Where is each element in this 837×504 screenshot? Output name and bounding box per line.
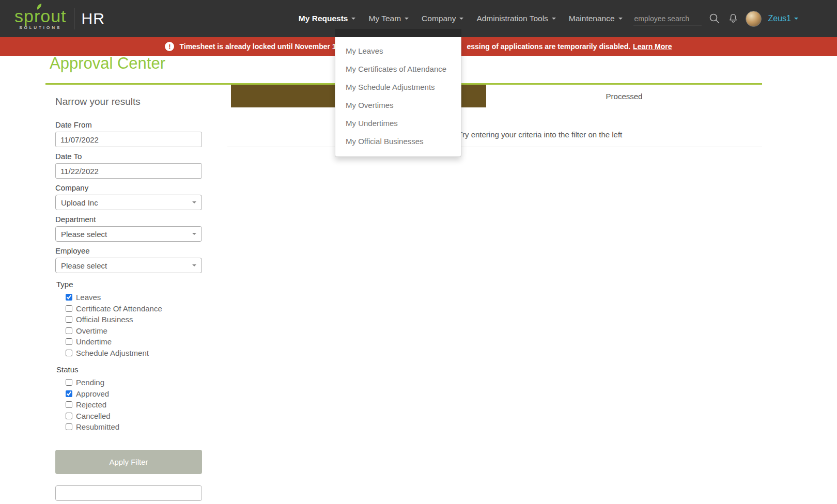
date-from-input[interactable] xyxy=(55,132,202,147)
menu-item-my-leaves[interactable]: My Leaves xyxy=(335,42,461,60)
user-menu[interactable]: Zeus1 xyxy=(768,14,798,23)
menu-item-my-undertimes[interactable]: My Undertimes xyxy=(335,114,461,132)
type-option-schedule-adjustment[interactable]: Schedule Adjustment xyxy=(66,348,202,359)
chevron-down-icon xyxy=(351,18,355,20)
certificate-of-attendance-checkbox[interactable] xyxy=(66,305,72,312)
chevron-down-icon xyxy=(405,18,409,20)
chevron-down-icon xyxy=(552,18,556,20)
date-to-input[interactable] xyxy=(55,163,202,179)
product-name: HR xyxy=(82,10,105,27)
nav-label: Company xyxy=(422,14,456,23)
checkbox-label: Pending xyxy=(76,378,104,387)
nav-administration-tools[interactable]: Administration Tools xyxy=(476,14,555,23)
date-to-label: Date To xyxy=(55,152,202,161)
type-option-leaves[interactable]: Leaves xyxy=(66,292,202,303)
overtime-checkbox[interactable] xyxy=(66,327,72,334)
alert-text-left: Timesheet is already locked until Novemb… xyxy=(179,42,340,51)
empty-results-message: Need something specific? Try entering yo… xyxy=(227,130,762,139)
approved-checkbox[interactable] xyxy=(66,390,72,397)
status-option-pending[interactable]: Pending xyxy=(66,377,202,388)
official-business-checkbox[interactable] xyxy=(66,316,72,323)
brand: sprout SOLUTIONS HR xyxy=(14,7,105,30)
alert-text-right: essing of applications are temporarily d… xyxy=(467,42,630,51)
menu-item-my-overtimes[interactable]: My Overtimes xyxy=(335,96,461,114)
logo-subtext: SOLUTIONS xyxy=(14,26,67,30)
results-divider xyxy=(227,147,762,147)
department-label: Department xyxy=(55,215,202,224)
rejected-checkbox[interactable] xyxy=(66,401,72,408)
apply-filter-button[interactable]: Apply Filter xyxy=(55,450,202,474)
filter-heading: Narrow your results xyxy=(55,96,202,107)
nav-label: My Team xyxy=(368,14,401,23)
chevron-down-icon xyxy=(618,18,623,20)
user-avatar[interactable] xyxy=(746,11,762,27)
checkbox-label: Certificate Of Attendance xyxy=(76,304,162,313)
search-icon[interactable] xyxy=(708,12,721,25)
brand-divider xyxy=(74,8,74,29)
resubmitted-checkbox[interactable] xyxy=(66,423,72,430)
schedule-adjustment-checkbox[interactable] xyxy=(66,350,72,356)
employee-select-value: Please select xyxy=(61,261,107,270)
results-tabs: Processed xyxy=(227,85,762,107)
nav-my-team[interactable]: My Team xyxy=(368,14,409,23)
company-select-value: Upload Inc xyxy=(61,198,98,207)
checkbox-label: Cancelled xyxy=(76,412,111,420)
chevron-down-icon xyxy=(192,201,196,203)
type-option-undertime[interactable]: Undertime xyxy=(66,336,202,348)
employee-select[interactable]: Please select xyxy=(55,258,202,273)
type-section-label: Type xyxy=(56,280,202,289)
undertime-checkbox[interactable] xyxy=(66,338,72,345)
nav-maintenance[interactable]: Maintenance xyxy=(569,14,623,23)
chevron-down-icon xyxy=(192,264,196,266)
alert-icon: ! xyxy=(165,42,174,51)
checkbox-label: Rejected xyxy=(76,400,106,409)
checkbox-label: Leaves xyxy=(76,293,101,302)
bell-icon[interactable] xyxy=(727,13,739,24)
cancelled-checkbox[interactable] xyxy=(66,413,72,419)
menu-item-my-schedule-adjustments[interactable]: My Schedule Adjustments xyxy=(335,78,461,96)
menu-item-my-official-businesses[interactable]: My Official Businesses xyxy=(335,132,461,150)
checkbox-label: Schedule Adjustment xyxy=(76,349,149,357)
results-area: Processed Need something specific? Try e… xyxy=(227,85,762,147)
employee-search-input[interactable] xyxy=(633,12,702,25)
pending-checkbox[interactable] xyxy=(66,379,72,386)
type-option-certificate-of-attendance[interactable]: Certificate Of Attendance xyxy=(66,303,202,314)
my-requests-dropdown: My Leaves My Certificates of Attendance … xyxy=(335,37,461,157)
status-option-approved[interactable]: Approved xyxy=(66,388,202,400)
nav-company[interactable]: Company xyxy=(422,14,463,23)
department-select[interactable]: Please select xyxy=(55,226,202,242)
date-from-label: Date From xyxy=(55,120,202,129)
checkbox-label: Undertime xyxy=(76,337,112,346)
learn-more-link[interactable]: Learn More xyxy=(633,42,672,51)
employee-label: Employee xyxy=(55,246,202,255)
checkbox-label: Approved xyxy=(76,389,109,398)
filter-sidebar: Narrow your results Date From Date To Co… xyxy=(45,85,227,501)
main-nav: My Requests My Team Company Administrati… xyxy=(299,14,623,23)
sidebar-bottom-input[interactable] xyxy=(55,485,202,501)
status-option-cancelled[interactable]: Cancelled xyxy=(66,411,202,422)
chevron-down-icon xyxy=(192,233,196,235)
sprout-logo: sprout SOLUTIONS xyxy=(14,7,67,30)
checkbox-label: Resubmitted xyxy=(76,422,119,431)
menu-item-my-certificates-of-attendance[interactable]: My Certificates of Attendance xyxy=(335,60,461,78)
type-option-official-business[interactable]: Official Business xyxy=(66,314,202,325)
navbar-right: Zeus1 xyxy=(633,11,798,27)
user-name: Zeus1 xyxy=(768,14,791,23)
leaves-checkbox[interactable] xyxy=(66,294,72,301)
checkbox-label: Overtime xyxy=(76,326,107,335)
tab-processed[interactable]: Processed xyxy=(486,85,762,107)
status-option-resubmitted[interactable]: Resubmitted xyxy=(66,421,202,433)
department-select-value: Please select xyxy=(61,230,107,239)
chevron-down-icon xyxy=(459,18,463,20)
company-label: Company xyxy=(55,183,202,192)
nav-label: Administration Tools xyxy=(476,14,548,23)
company-select[interactable]: Upload Inc xyxy=(55,195,202,210)
status-option-rejected[interactable]: Rejected xyxy=(66,399,202,411)
nav-label: My Requests xyxy=(299,14,348,23)
nav-my-requests[interactable]: My Requests xyxy=(299,14,356,23)
status-section-label: Status xyxy=(56,365,202,374)
chevron-down-icon xyxy=(794,18,798,20)
checkbox-label: Official Business xyxy=(76,315,133,324)
nav-label: Maintenance xyxy=(569,14,615,23)
type-option-overtime[interactable]: Overtime xyxy=(66,325,202,337)
